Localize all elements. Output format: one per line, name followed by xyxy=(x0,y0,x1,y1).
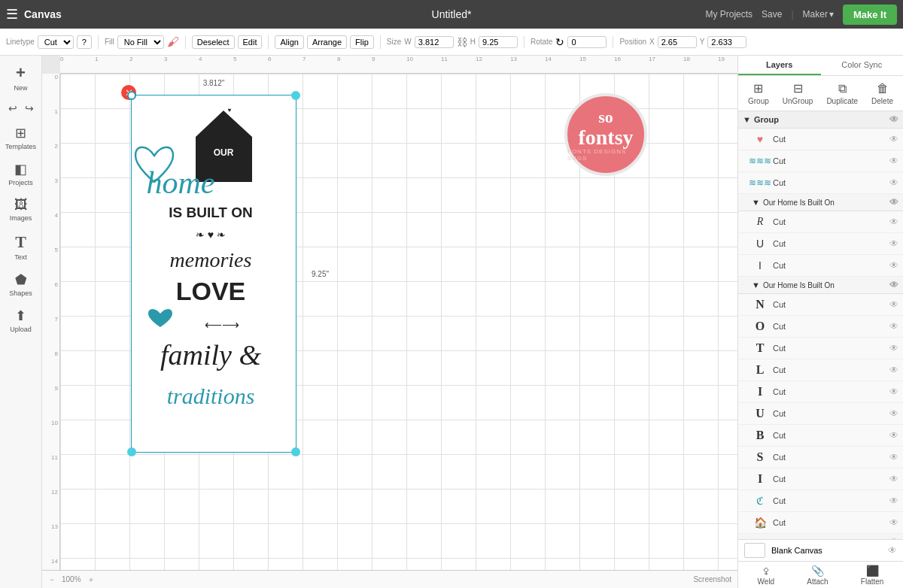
size-w-input[interactable] xyxy=(415,36,454,48)
layer-subgroup-header-1[interactable]: ▼ Our Home Is Built On 👁 xyxy=(738,194,903,211)
layer-item-I3[interactable]: I Cut 👁 xyxy=(738,468,903,490)
new-button[interactable]: + New xyxy=(2,59,40,96)
handle-bottom-left[interactable] xyxy=(127,447,136,456)
sidebar-item-images[interactable]: 🖼 Images xyxy=(2,192,40,226)
svg-text:OUR: OUR xyxy=(214,147,234,158)
layer-item-wave1[interactable]: ≋≋≋ Cut 👁 xyxy=(738,150,903,172)
handle-top-left[interactable] xyxy=(127,91,136,100)
layer-item-L[interactable]: L Cut 👁 xyxy=(738,359,903,381)
deselect-button[interactable]: Deselect xyxy=(192,35,235,49)
layer-eye-S[interactable]: 👁 xyxy=(889,452,898,462)
zoom-out-icon[interactable]: － xyxy=(48,574,56,585)
tab-color-sync[interactable]: Color Sync xyxy=(821,56,904,75)
layer-item-U2-label: Cut xyxy=(773,409,786,418)
size-h-input[interactable] xyxy=(479,36,518,48)
rotate-group: Rotate ↻ xyxy=(531,36,613,48)
layer-item-cursive-c[interactable]: ℭ Cut 👁 xyxy=(738,490,903,512)
layer-eye-U[interactable]: 👁 xyxy=(889,238,898,249)
tab-layers[interactable]: Layers xyxy=(738,56,821,75)
layer-item-R-label: Cut xyxy=(773,217,786,226)
sidebar-item-shapes[interactable]: ⬟ Shapes xyxy=(2,267,40,302)
linetype-help[interactable]: ? xyxy=(77,35,92,49)
flatten-button[interactable]: ⬛ Flatten xyxy=(861,565,884,586)
group-eye-icon[interactable]: 👁 xyxy=(889,114,898,125)
layer-item-cursive-c-label: Cut xyxy=(773,496,786,505)
fontsy-tagline: FONTS DESIGNS SVGS xyxy=(567,148,644,162)
layer-subgroup-header-2[interactable]: ▼ Our Home Is Built On 👁 xyxy=(738,277,903,294)
subgroup1-eye-icon[interactable]: 👁 xyxy=(889,197,898,208)
layer-eye-T[interactable]: 👁 xyxy=(889,343,898,353)
layer-eye-U2[interactable]: 👁 xyxy=(889,408,898,419)
menu-icon[interactable]: ☰ xyxy=(6,6,18,23)
undo-button[interactable]: ↩ xyxy=(6,101,20,116)
sidebar-item-templates[interactable]: ⊞ Templates xyxy=(2,120,40,155)
flip-button[interactable]: Flip xyxy=(350,35,374,49)
layer-item-I1[interactable]: I Cut 👁 xyxy=(738,255,903,277)
attach-button[interactable]: 📎 Attach xyxy=(807,565,828,586)
my-projects-button[interactable]: My Projects xyxy=(705,9,752,20)
layer-eye-L[interactable]: 👁 xyxy=(889,365,898,375)
layer-item-house[interactable]: 🏠 Cut 👁 xyxy=(738,512,903,534)
layer-eye-B[interactable]: 👁 xyxy=(889,430,898,441)
blank-canvas-eye-icon[interactable]: 👁 xyxy=(888,545,897,556)
delete-button[interactable]: 🗑 Delete xyxy=(867,80,898,108)
pos-y-input[interactable] xyxy=(707,36,746,48)
ungroup-button[interactable]: ⊟ UnGroup xyxy=(778,79,818,108)
design-box[interactable]: ✕ 3.812" 9.25" OUR home IS BUILT ON xyxy=(131,95,296,453)
zoom-in-icon[interactable]: ＋ xyxy=(87,574,95,585)
canvas-area[interactable]: 0 1 2 3 4 5 6 7 8 9 10 11 12 13 14 15 16… xyxy=(42,56,737,588)
handle-top-right[interactable] xyxy=(291,91,300,100)
svg-text:family &: family & xyxy=(160,339,261,371)
layer-eye-wave2[interactable]: 👁 xyxy=(889,177,898,188)
layer-item-S[interactable]: S Cut 👁 xyxy=(738,447,903,468)
sidebar-item-projects[interactable]: ◧ Projects xyxy=(2,156,40,191)
layer-item-wave2[interactable]: ≋≋≋ Cut 👁 xyxy=(738,172,903,194)
duplicate-button[interactable]: ⧉ Duplicate xyxy=(822,80,862,108)
layer-item-N[interactable]: N Cut 👁 xyxy=(738,294,903,316)
svg-text:LOVE: LOVE xyxy=(176,277,246,305)
fill-select[interactable]: No Fill xyxy=(117,35,164,49)
sidebar-item-text[interactable]: T Text xyxy=(2,228,40,265)
layer-item-B[interactable]: B Cut 👁 xyxy=(738,425,903,447)
projects-label: Projects xyxy=(8,179,33,186)
new-icon: + xyxy=(16,63,26,83)
layer-eye-wave1[interactable]: 👁 xyxy=(889,156,898,166)
save-button[interactable]: Save xyxy=(762,9,782,20)
pos-x-input[interactable] xyxy=(658,36,697,48)
layer-item-U2[interactable]: U Cut 👁 xyxy=(738,403,903,425)
layer-item-T[interactable]: T Cut 👁 xyxy=(738,338,903,359)
layer-eye-heart[interactable]: 👁 xyxy=(889,134,898,144)
handle-bottom-right[interactable] xyxy=(291,447,300,456)
layer-eye-cursive-c[interactable]: 👁 xyxy=(889,496,898,506)
layer-group-header[interactable]: ▼ Group 👁 xyxy=(738,111,903,129)
subgroup2-eye-icon[interactable]: 👁 xyxy=(889,280,898,290)
layer-eye-house[interactable]: 👁 xyxy=(889,517,898,528)
redo-button[interactable]: ↪ xyxy=(23,101,36,116)
group-label: Group xyxy=(748,97,769,105)
rotate-input[interactable] xyxy=(567,36,607,48)
layer-item-U[interactable]: U Cut 👁 xyxy=(738,233,903,255)
text-icon: T xyxy=(15,232,26,252)
layer-subgroup-header-3[interactable]: ▼ Our Home Is Built On 👁 xyxy=(738,534,903,539)
blank-canvas-swatch[interactable] xyxy=(744,543,765,558)
make-it-button[interactable]: Make It xyxy=(843,5,897,25)
arrange-button[interactable]: Arrange xyxy=(307,35,347,49)
layer-item-I2[interactable]: I Cut 👁 xyxy=(738,381,903,403)
maker-button[interactable]: Maker ▾ xyxy=(803,9,834,20)
sidebar-item-upload[interactable]: ⬆ Upload xyxy=(2,303,40,338)
layer-eye-I3[interactable]: 👁 xyxy=(889,474,898,484)
layer-eye-N[interactable]: 👁 xyxy=(889,299,898,310)
align-button[interactable]: Align xyxy=(275,35,303,49)
layer-eye-I2[interactable]: 👁 xyxy=(889,386,898,397)
layer-eye-R[interactable]: 👁 xyxy=(889,217,898,227)
layer-eye-O[interactable]: 👁 xyxy=(889,321,898,332)
layer-item-R[interactable]: R Cut 👁 xyxy=(738,211,903,233)
layer-item-O[interactable]: O Cut 👁 xyxy=(738,316,903,338)
edit-button[interactable]: Edit xyxy=(238,35,263,49)
layer-item-B-label: Cut xyxy=(773,431,786,440)
layer-item-heart[interactable]: ♥ Cut 👁 xyxy=(738,129,903,150)
weld-button[interactable]: ⧬ Weld xyxy=(758,565,775,586)
group-button[interactable]: ⊞ Group xyxy=(743,79,774,108)
linetype-select[interactable]: Cut xyxy=(38,35,74,49)
layer-eye-I1[interactable]: 👁 xyxy=(889,260,898,271)
